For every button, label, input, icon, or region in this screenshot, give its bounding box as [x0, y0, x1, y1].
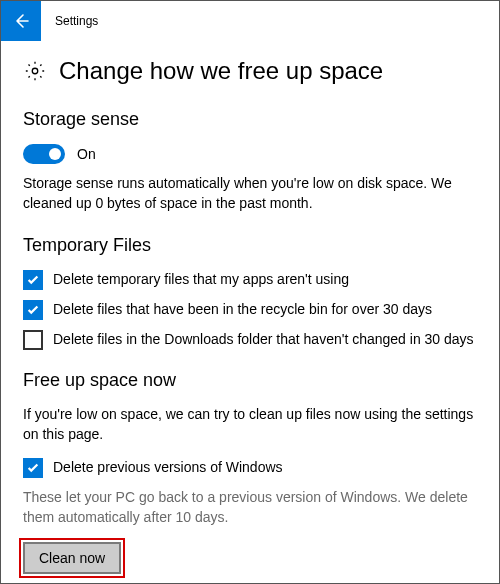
checkbox-label: Delete files that have been in the recyc… — [53, 300, 432, 319]
storage-sense-toggle[interactable] — [23, 144, 65, 164]
checkbox-label: Delete previous versions of Windows — [53, 458, 283, 477]
back-button[interactable] — [1, 1, 41, 41]
checkbox-icon — [23, 458, 43, 478]
checkbox-icon — [23, 300, 43, 320]
content-area: Change how we free up space Storage sens… — [1, 41, 499, 584]
free-up-intro: If you're low on space, we can try to cl… — [23, 405, 477, 444]
checkbox-label: Delete temporary files that my apps aren… — [53, 270, 349, 289]
gear-icon — [23, 59, 47, 83]
free-up-note: These let your PC go back to a previous … — [23, 488, 477, 527]
checkbox-label: Delete files in the Downloads folder tha… — [53, 330, 474, 349]
temp-files-option-1[interactable]: Delete temporary files that my apps aren… — [23, 270, 477, 290]
arrow-left-icon — [13, 13, 29, 29]
app-name: Settings — [55, 14, 98, 28]
titlebar: Settings — [1, 1, 499, 41]
free-up-section: Free up space now If you're low on space… — [23, 370, 477, 573]
storage-sense-section: Storage sense On Storage sense runs auto… — [23, 109, 477, 213]
temp-files-option-2[interactable]: Delete files that have been in the recyc… — [23, 300, 477, 320]
temp-files-section: Temporary Files Delete temporary files t… — [23, 235, 477, 350]
storage-sense-toggle-label: On — [77, 146, 96, 162]
checkbox-icon — [23, 270, 43, 290]
storage-sense-toggle-row: On — [23, 144, 477, 164]
storage-sense-description: Storage sense runs automatically when yo… — [23, 174, 477, 213]
checkbox-icon — [23, 330, 43, 350]
temp-files-option-3[interactable]: Delete files in the Downloads folder tha… — [23, 330, 477, 350]
free-up-heading: Free up space now — [23, 370, 477, 391]
page-title: Change how we free up space — [59, 57, 383, 85]
delete-previous-versions-option[interactable]: Delete previous versions of Windows — [23, 458, 477, 478]
storage-sense-heading: Storage sense — [23, 109, 477, 130]
clean-now-button[interactable]: Clean now — [23, 542, 121, 574]
temp-files-heading: Temporary Files — [23, 235, 477, 256]
svg-point-0 — [32, 68, 38, 74]
page-header: Change how we free up space — [23, 57, 477, 85]
